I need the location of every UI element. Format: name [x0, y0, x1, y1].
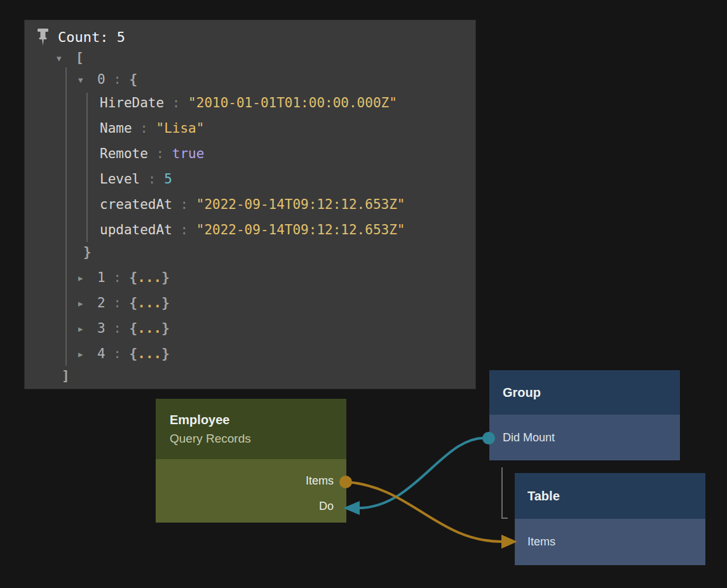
tree-row-tokens: }: [78, 244, 92, 260]
tree-row: HireDate : "2010-01-01T01:00:00.000Z": [25, 90, 475, 116]
json-bool: true: [172, 146, 205, 161]
port-items-input[interactable]: Items: [515, 519, 705, 565]
tree-row: Name : "Lisa": [25, 116, 475, 141]
tree-row-tokens: 4 : {...}: [97, 346, 170, 361]
tree-row-tokens: updatedAt : "2022-09-14T09:12:12.653Z": [100, 222, 405, 237]
tree-row: createdAt : "2022-09-14T09:12:12.653Z": [25, 192, 475, 217]
node-title: Table: [527, 486, 705, 505]
port-items-output[interactable]: Items: [156, 468, 346, 493]
json-key: createdAt: [100, 197, 172, 212]
json-tree: ▾[▾0 : {HireDate : "2010-01-01T01:00:00.…: [25, 47, 475, 389]
json-colon: :: [105, 295, 130, 311]
tree-row: ]: [25, 363, 475, 389]
json-colon: :: [105, 321, 130, 336]
tree-row-tokens: Level : 5: [100, 171, 172, 187]
expand-arrow-icon[interactable]: ▸: [78, 291, 97, 316]
json-colon: :: [105, 346, 130, 361]
tree-row[interactable]: ▾[: [25, 47, 475, 69]
node-group[interactable]: Group Did Mount: [489, 370, 680, 460]
node-table[interactable]: Table Items: [515, 473, 705, 565]
tree-row[interactable]: ▾0 : {: [25, 69, 475, 90]
tree-row-tokens: HireDate : "2010-01-01T01:00:00.000Z": [100, 95, 397, 110]
collapse-arrow-icon[interactable]: ▾: [78, 69, 97, 91]
json-brace: {: [130, 321, 138, 336]
json-colon: :: [172, 222, 196, 237]
tree-row-tokens: 3 : {...}: [97, 321, 170, 336]
node-table-body: Items: [515, 519, 705, 565]
json-key: updatedAt: [100, 222, 172, 237]
tree-row-tokens: ]: [57, 368, 70, 384]
pin-icon[interactable]: [36, 28, 50, 46]
tree-row[interactable]: ▸4 : {...}: [25, 341, 475, 366]
expand-arrow-icon[interactable]: ▸: [78, 316, 97, 342]
tree-row[interactable]: ▸1 : {...}: [25, 265, 475, 290]
port-label: Items: [306, 474, 334, 487]
json-dots: ...: [137, 270, 161, 285]
json-colon: :: [132, 121, 156, 136]
json-dots: ...: [137, 295, 161, 311]
data-inspector-panel: Count: 5 ▾[▾0 : {HireDate : "2010-01-01T…: [24, 20, 476, 389]
tree-row-tokens: 1 : {...}: [97, 270, 170, 285]
json-brace: }: [161, 346, 170, 361]
node-group-header[interactable]: Group: [489, 370, 680, 415]
tree-row: updatedAt : "2022-09-14T09:12:12.653Z": [25, 217, 475, 243]
json-index: 4: [97, 346, 105, 361]
json-dots: ...: [137, 321, 161, 336]
json-brace: {: [130, 72, 138, 87]
node-group-body: Did Mount: [489, 415, 680, 460]
node-title: Group: [503, 383, 680, 402]
json-string: "2022-09-14T09:12:12.653Z": [196, 222, 405, 237]
node-table-header[interactable]: Table: [515, 473, 705, 519]
connection-didmount-do[interactable]: [358, 438, 489, 508]
json-index: 3: [97, 321, 105, 336]
tree-row-tokens: Remote : true: [100, 146, 204, 161]
json-brace: {: [130, 295, 138, 311]
json-brace: }: [83, 244, 92, 260]
json-colon: :: [164, 95, 188, 110]
json-colon: :: [105, 270, 130, 285]
tree-row-tokens: createdAt : "2022-09-14T09:12:12.653Z": [100, 197, 405, 212]
json-string: "Lisa": [156, 121, 205, 136]
json-key: Remote: [100, 146, 148, 161]
expand-arrow-icon[interactable]: ▸: [78, 265, 97, 291]
json-colon: :: [105, 72, 130, 87]
json-brace: ]: [62, 368, 70, 384]
json-colon: :: [148, 146, 172, 161]
port-did-mount-output[interactable]: Did Mount: [489, 415, 680, 460]
hierarchy-connector: [502, 467, 508, 518]
node-employee-body: Items Do: [156, 459, 346, 523]
json-brace: [: [76, 50, 84, 65]
json-brace: {: [130, 270, 138, 285]
json-brace: }: [161, 295, 170, 311]
node-employee[interactable]: Employee Query Records Items Do: [156, 399, 346, 523]
port-do-input[interactable]: Do: [156, 493, 346, 519]
tree-row: }: [25, 239, 475, 265]
json-colon: :: [140, 171, 164, 187]
expand-arrow-icon[interactable]: ▸: [78, 342, 97, 367]
tree-row-tokens: Name : "Lisa": [100, 121, 204, 136]
tree-row-tokens: [: [76, 50, 84, 65]
json-index: 0: [97, 72, 105, 87]
node-employee-header[interactable]: Employee Query Records: [156, 399, 346, 459]
tree-row[interactable]: ▸3 : {...}: [25, 316, 475, 341]
node-subtitle: Query Records: [170, 429, 346, 448]
json-brace: {: [130, 346, 138, 361]
json-index: 1: [97, 270, 105, 285]
tree-row-tokens: 0 : {: [97, 72, 137, 87]
inspector-header: Count: 5: [36, 28, 125, 46]
json-string: "2010-01-01T01:00:00.000Z": [188, 95, 397, 110]
inspector-count-label: Count: 5: [58, 29, 125, 45]
collapse-arrow-icon[interactable]: ▾: [57, 48, 76, 69]
port-label: Did Mount: [503, 431, 555, 444]
connection-items-items[interactable]: [346, 482, 502, 542]
json-colon: :: [172, 197, 196, 212]
json-key: Level: [100, 171, 140, 187]
port-label: Do: [319, 500, 334, 512]
json-number: 5: [164, 171, 172, 187]
tree-row: Level : 5: [25, 166, 475, 192]
node-editor-canvas[interactable]: Count: 5 ▾[▾0 : {HireDate : "2010-01-01T…: [0, 0, 727, 588]
tree-row[interactable]: ▸2 : {...}: [25, 290, 475, 316]
json-string: "2022-09-14T09:12:12.653Z": [196, 197, 405, 212]
json-brace: }: [161, 270, 170, 285]
tree-row-tokens: 2 : {...}: [97, 295, 170, 311]
